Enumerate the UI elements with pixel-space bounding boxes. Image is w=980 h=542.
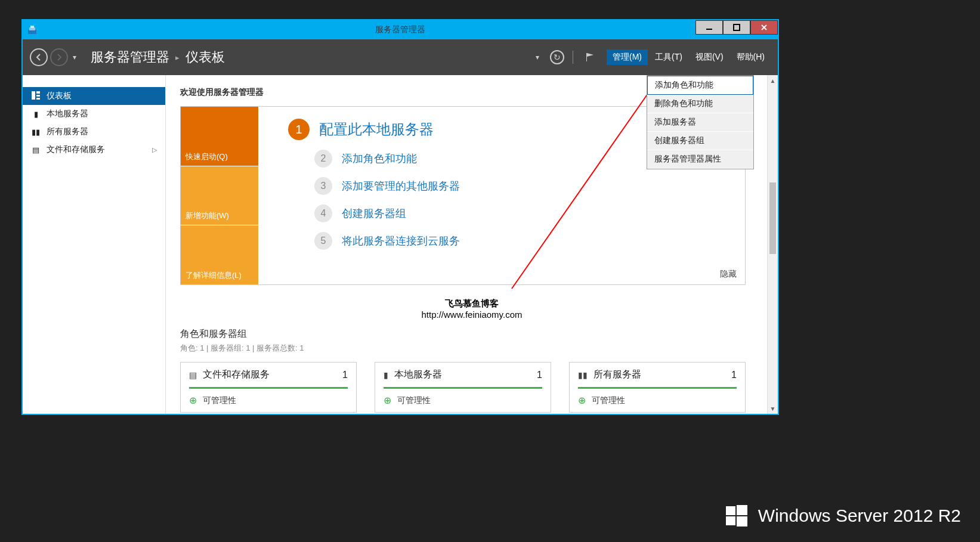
step-label: 创建服务器组 [342, 206, 406, 221]
sidebar-item-all-servers[interactable]: ▮▮ 所有服务器 [23, 123, 165, 141]
tile-row-manageability[interactable]: ⊕ 可管理性 [189, 389, 348, 406]
dashboard-icon [31, 91, 41, 101]
server-icon: ▮ [31, 110, 41, 119]
tiles-row: ▤ 文件和存储服务 1 ⊕ 可管理性 ▮ 本地服务器 1 [180, 362, 746, 413]
svg-rect-7 [36, 95, 40, 97]
sidebar-item-label: 本地服务器 [47, 109, 88, 119]
forward-button[interactable] [50, 48, 68, 66]
sidebar-item-file-storage[interactable]: ▤ 文件和存储服务 ▷ [23, 141, 165, 159]
breadcrumb-current: 仪表板 [186, 48, 225, 66]
watermark-line1: 飞鸟慕鱼博客 [180, 298, 763, 309]
step-3[interactable]: 3 添加要管理的其他服务器 [314, 177, 739, 195]
step-number: 5 [314, 232, 332, 250]
quickstart-tab[interactable]: 快速启动(Q) [181, 107, 258, 166]
up-arrow-circle-icon: ⊕ [578, 395, 586, 406]
menu-manage[interactable]: 管理(M) [607, 49, 648, 65]
step-label: 添加要管理的其他服务器 [342, 179, 460, 193]
app-icon [27, 25, 37, 35]
tile-count: 1 [537, 370, 542, 380]
tile-title: 所有服务器 [593, 368, 725, 381]
history-dropdown-icon[interactable]: ▾ [73, 53, 76, 61]
storage-icon: ▤ [189, 370, 197, 380]
scroll-up-icon[interactable]: ▲ [768, 75, 778, 86]
up-arrow-circle-icon: ⊕ [384, 395, 391, 406]
svg-rect-3 [706, 29, 712, 30]
back-button[interactable] [30, 48, 48, 66]
close-button[interactable] [750, 20, 778, 35]
tile-local-server[interactable]: ▮ 本地服务器 1 ⊕ 可管理性 [375, 362, 551, 413]
tile-row-manageability[interactable]: ⊕ 可管理性 [578, 389, 737, 406]
svg-rect-4 [734, 24, 740, 30]
sidebar-item-dashboard[interactable]: 仪表板 [23, 87, 165, 105]
sidebar-item-label: 仪表板 [47, 91, 72, 101]
tile-row-label: 可管理性 [592, 395, 625, 406]
tile-row-label: 可管理性 [203, 395, 236, 406]
navbar: ▾ 服务器管理器 ▸ 仪表板 ▾ ↻ 管理(M) 工具(T) 视图(V) 帮助(… [23, 39, 778, 75]
step-number: 4 [314, 205, 332, 222]
svg-rect-5 [32, 91, 35, 100]
step-number: 3 [314, 177, 332, 195]
breadcrumb-root[interactable]: 服务器管理器 [91, 48, 169, 66]
step-5[interactable]: 5 将此服务器连接到云服务 [314, 232, 739, 250]
tile-row-label: 可管理性 [397, 395, 431, 406]
nav-separator [573, 51, 573, 64]
roles-title: 角色和服务器组 [180, 328, 763, 340]
watermark-line2: http://www.feiniaomy.com [180, 309, 763, 320]
menu-help[interactable]: 帮助(H) [731, 49, 771, 65]
storage-icon: ▤ [31, 145, 41, 154]
svg-rect-13 [737, 516, 747, 526]
window-title: 服务器管理器 [23, 24, 778, 35]
sidebar: 仪表板 ▮ 本地服务器 ▮▮ 所有服务器 ▤ 文件和存储服务 ▷ [23, 75, 166, 414]
svg-rect-0 [28, 30, 36, 34]
menu-view[interactable]: 视图(V) [690, 49, 729, 65]
watermark: 飞鸟慕鱼博客 http://www.feiniaomy.com [180, 298, 763, 320]
chevron-right-icon: ▷ [152, 146, 157, 154]
os-brand-text: Windows Server 2012 R2 [758, 506, 961, 526]
servers-icon: ▮▮ [578, 370, 588, 380]
dropdown-item-create-group[interactable]: 创建服务器组 [647, 132, 753, 150]
dropdown-item-remove-roles[interactable]: 删除角色和功能 [647, 95, 753, 113]
tile-count: 1 [731, 370, 737, 380]
breadcrumb-sep-icon: ▸ [175, 53, 180, 62]
roles-subtitle: 角色: 1 | 服务器组: 1 | 服务器总数: 1 [180, 343, 763, 354]
learnmore-tab[interactable]: 了解详细信息(L) [181, 225, 258, 284]
tile-all-servers[interactable]: ▮▮ 所有服务器 1 ⊕ 可管理性 [569, 362, 746, 413]
menu-tools[interactable]: 工具(T) [649, 49, 688, 65]
refresh-button[interactable]: ↻ [550, 50, 564, 64]
scrollbar-thumb[interactable] [769, 182, 776, 254]
vertical-scrollbar[interactable]: ▲ ▼ [767, 75, 778, 414]
tile-count: 1 [342, 370, 348, 380]
step-number: 1 [288, 119, 310, 140]
up-arrow-circle-icon: ⊕ [189, 395, 197, 406]
address-dropdown-icon[interactable]: ▾ [536, 53, 539, 61]
tile-row-manageability[interactable]: ⊕ 可管理性 [384, 389, 542, 406]
dropdown-item-add-roles[interactable]: 添加角色和功能 [647, 76, 753, 95]
step-label: 配置此本地服务器 [319, 120, 434, 139]
titlebar: 服务器管理器 [23, 20, 778, 39]
tile-title: 文件和存储服务 [203, 368, 336, 381]
maximize-button[interactable] [723, 20, 750, 35]
notifications-button[interactable] [582, 49, 598, 66]
tile-title: 本地服务器 [394, 368, 531, 381]
whatsnew-tab[interactable]: 新增功能(W) [181, 166, 258, 225]
step-label: 添加角色和功能 [342, 151, 417, 166]
svg-rect-11 [737, 505, 747, 515]
minimize-button[interactable] [695, 20, 723, 35]
scroll-down-icon[interactable]: ▼ [768, 403, 778, 414]
step-label: 将此服务器连接到云服务 [342, 234, 460, 248]
svg-rect-12 [726, 516, 735, 525]
dropdown-item-add-server[interactable]: 添加服务器 [647, 113, 753, 132]
sidebar-item-local-server[interactable]: ▮ 本地服务器 [23, 105, 165, 123]
step-4[interactable]: 4 创建服务器组 [314, 205, 739, 222]
hide-link[interactable]: 隐藏 [720, 269, 737, 280]
welcome-panel-side: 快速启动(Q) 新增功能(W) 了解详细信息(L) [181, 107, 258, 284]
app-window: 服务器管理器 ▾ 服务器管理器 ▸ 仪表板 [21, 19, 779, 415]
os-brand: Windows Server 2012 R2 [725, 504, 961, 528]
tile-file-storage[interactable]: ▤ 文件和存储服务 1 ⊕ 可管理性 [180, 362, 357, 413]
svg-rect-10 [726, 506, 735, 515]
sidebar-item-label: 文件和存储服务 [47, 144, 105, 155]
step-number: 2 [314, 150, 332, 168]
dropdown-item-properties[interactable]: 服务器管理器属性 [647, 150, 753, 169]
manage-dropdown: 添加角色和功能 删除角色和功能 添加服务器 创建服务器组 服务器管理器属性 [647, 75, 754, 169]
svg-rect-8 [36, 98, 40, 100]
